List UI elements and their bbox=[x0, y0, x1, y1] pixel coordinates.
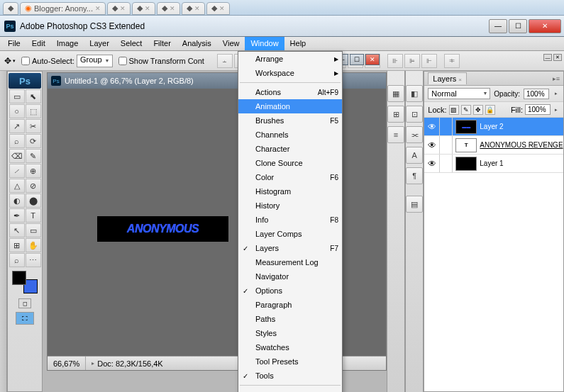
dock-icon[interactable]: ▤ bbox=[406, 196, 423, 213]
tool-button[interactable]: ⌕ bbox=[9, 253, 25, 267]
menu-item-color[interactable]: ColorF6 bbox=[238, 170, 342, 184]
screen-mode-button[interactable]: ⛶ bbox=[16, 312, 34, 325]
menu-item-tool-presets[interactable]: Tool Presets bbox=[238, 354, 342, 369]
dock-icon[interactable]: ⊡ bbox=[406, 106, 423, 123]
menu-layer[interactable]: Layer bbox=[84, 37, 115, 50]
menu-item-styles[interactable]: Styles bbox=[238, 326, 342, 340]
layer-row[interactable]: 👁TANONYMOUS REVENGE bbox=[424, 136, 563, 155]
layer-visibility-icon[interactable]: 👁 bbox=[424, 136, 440, 154]
menu-item-histogram[interactable]: Histogram bbox=[238, 184, 342, 198]
doc-close-button[interactable]: ✕ bbox=[365, 54, 380, 65]
document-canvas[interactable]: ANONYMOUS bbox=[97, 216, 228, 242]
layer-row[interactable]: 👁▬▬Layer 2 bbox=[424, 118, 563, 136]
tool-button[interactable]: ✎ bbox=[26, 149, 41, 163]
menu-item-workspace[interactable]: Workspace▶ bbox=[238, 66, 342, 80]
tool-button[interactable]: ⋯ bbox=[26, 253, 41, 267]
menu-item-paths[interactable]: Paths bbox=[238, 312, 342, 326]
tool-button[interactable]: ✋ bbox=[26, 238, 41, 252]
tool-button[interactable]: ◐ bbox=[9, 194, 25, 208]
menu-image[interactable]: Image bbox=[51, 37, 84, 50]
tool-button[interactable]: ↗ bbox=[9, 119, 25, 133]
menu-item-1-untitled-1[interactable]: ✓1 Untitled-1 bbox=[238, 388, 342, 392]
tool-button[interactable]: ⟳ bbox=[26, 134, 41, 148]
tool-button[interactable]: ⟋ bbox=[9, 164, 25, 178]
menu-help[interactable]: Help bbox=[284, 37, 312, 50]
quick-mask-icon[interactable]: ◻ bbox=[18, 298, 31, 308]
layers-tab[interactable]: Layers× bbox=[428, 72, 467, 84]
lock-position-icon[interactable]: ✥ bbox=[473, 105, 483, 115]
show-transform-checkbox[interactable] bbox=[118, 57, 127, 65]
lock-all-icon[interactable]: 🔒 bbox=[485, 105, 495, 115]
layer-link-cell[interactable] bbox=[440, 155, 453, 172]
lock-pixels-icon[interactable]: ✎ bbox=[461, 105, 471, 115]
menu-filter[interactable]: Filter bbox=[148, 37, 176, 50]
menu-edit[interactable]: Edit bbox=[26, 37, 51, 50]
menu-item-brushes[interactable]: BrushesF5 bbox=[238, 113, 342, 128]
menu-item-tools[interactable]: ✓Tools bbox=[238, 369, 342, 383]
auto-select-checkbox[interactable] bbox=[21, 57, 30, 65]
layer-visibility-icon[interactable]: 👁 bbox=[424, 118, 440, 135]
browser-tab[interactable]: ◆✕ bbox=[182, 2, 205, 15]
align-top-icon[interactable]: ⫠ bbox=[217, 54, 233, 68]
menu-item-info[interactable]: InfoF8 bbox=[238, 213, 342, 227]
dock-icon[interactable]: A bbox=[406, 147, 423, 164]
color-swatches[interactable] bbox=[12, 271, 38, 293]
menu-item-animation[interactable]: Animation bbox=[238, 99, 342, 113]
menu-item-measurement-log[interactable]: Measurement Log bbox=[238, 255, 342, 269]
panel-close-icon[interactable]: ✕ bbox=[553, 54, 562, 61]
layer-link-cell[interactable] bbox=[440, 136, 453, 154]
menu-item-arrange[interactable]: Arrange▶ bbox=[238, 52, 342, 66]
tool-button[interactable]: ✂ bbox=[26, 119, 41, 133]
tool-button[interactable]: ⊕ bbox=[26, 164, 41, 178]
tool-button[interactable]: ✒ bbox=[9, 208, 25, 223]
blend-mode-select[interactable]: Normal bbox=[428, 88, 490, 99]
tool-button[interactable]: ⊞ bbox=[9, 238, 25, 252]
menu-item-layer-comps[interactable]: Layer Comps bbox=[238, 227, 342, 241]
minimize-button[interactable]: — bbox=[489, 19, 507, 33]
dock-icon[interactable]: ⫘ bbox=[406, 126, 423, 143]
tool-button[interactable]: ⬚ bbox=[26, 104, 41, 118]
opacity-arrow-icon[interactable]: ▸ bbox=[553, 91, 560, 96]
zoom-level[interactable]: 66,67% bbox=[48, 357, 86, 370]
menu-item-options[interactable]: ✓Options bbox=[238, 284, 342, 298]
distribute-icon[interactable]: ⊩ bbox=[421, 54, 437, 68]
menu-item-character[interactable]: Character bbox=[238, 142, 342, 156]
tool-button[interactable]: T bbox=[26, 208, 41, 223]
layer-link-cell[interactable] bbox=[440, 118, 453, 135]
document-info[interactable]: Doc: 82,3K/156,4K bbox=[86, 359, 168, 368]
doc-maximize-button[interactable]: ☐ bbox=[350, 54, 364, 65]
menu-select[interactable]: Select bbox=[115, 37, 148, 50]
dock-icon[interactable]: ≡ bbox=[387, 126, 404, 143]
tool-button[interactable]: ⌫ bbox=[9, 149, 25, 163]
distribute-icon[interactable]: ⊫ bbox=[404, 54, 420, 68]
tool-button[interactable]: ⬉ bbox=[26, 89, 41, 103]
maximize-button[interactable]: ☐ bbox=[509, 19, 527, 33]
tool-button[interactable]: ⬤ bbox=[26, 194, 41, 208]
fg-color-swatch[interactable] bbox=[12, 271, 26, 285]
lock-transparent-icon[interactable]: ▨ bbox=[449, 105, 459, 115]
menu-item-channels[interactable]: Channels bbox=[238, 128, 342, 142]
layer-thumbnail[interactable]: T bbox=[455, 138, 477, 152]
dock-icon[interactable]: ⊞ bbox=[387, 106, 404, 123]
browser-tab[interactable]: ◉Blogger: Anony...✕ bbox=[20, 2, 106, 15]
browser-tab[interactable]: ◆✕ bbox=[132, 2, 155, 15]
tool-button[interactable]: △ bbox=[9, 179, 25, 193]
menu-view[interactable]: View bbox=[217, 37, 245, 50]
menu-file[interactable]: File bbox=[2, 37, 26, 50]
browser-tab[interactable]: ◆✕ bbox=[107, 2, 131, 15]
menu-item-clone-source[interactable]: Clone Source bbox=[238, 156, 342, 170]
menu-item-navigator[interactable]: Navigator bbox=[238, 269, 342, 284]
panel-menu-icon[interactable]: ▸≡ bbox=[553, 75, 560, 82]
layer-row[interactable]: 👁Layer 1 bbox=[424, 155, 563, 173]
browser-tab[interactable]: ◆ bbox=[3, 2, 18, 15]
layer-visibility-icon[interactable]: 👁 bbox=[424, 155, 440, 172]
fill-arrow-icon[interactable]: ▸ bbox=[553, 107, 560, 113]
group-select[interactable]: Group bbox=[77, 55, 113, 67]
menu-analysis[interactable]: Analysis bbox=[177, 37, 217, 50]
menu-window[interactable]: Window bbox=[245, 37, 284, 50]
tool-button[interactable]: ▭ bbox=[26, 223, 41, 237]
fill-value[interactable]: 100% bbox=[525, 104, 551, 115]
distribute-icon[interactable]: ⊪ bbox=[387, 54, 403, 68]
tool-button[interactable]: ▭ bbox=[9, 89, 25, 103]
opacity-value[interactable]: 100% bbox=[524, 89, 549, 99]
